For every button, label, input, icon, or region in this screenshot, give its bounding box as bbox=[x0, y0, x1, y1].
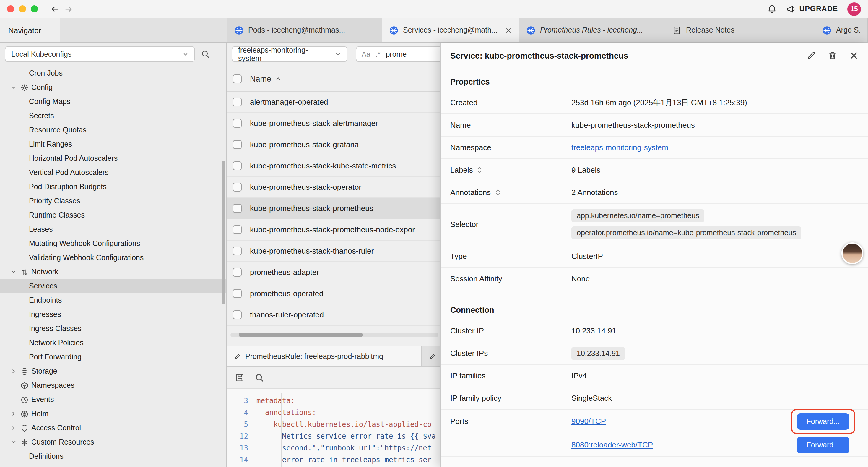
notifications-bell-icon[interactable] bbox=[767, 4, 777, 14]
sidebar-item[interactable]: Custom Resources bbox=[0, 435, 226, 449]
row-checkbox[interactable] bbox=[233, 97, 242, 107]
expand-icon[interactable] bbox=[495, 188, 500, 196]
sidebar-item[interactable]: Port Forwarding bbox=[0, 350, 226, 364]
property-value: kube-prometheus-stack-prometheus bbox=[571, 121, 859, 129]
code-text: error rate in freeleaps metrics ser bbox=[256, 456, 431, 464]
edit-resource-button[interactable] bbox=[807, 51, 816, 60]
sidebar-item[interactable]: Validating Webhook Configurations bbox=[0, 251, 226, 265]
detail-row-port-8080: 8080:reloader-web/TCP Forward... bbox=[441, 433, 868, 457]
name-column-header[interactable]: Name bbox=[250, 74, 271, 83]
sidebar-item[interactable]: Helm bbox=[0, 407, 226, 421]
sidebar-item[interactable]: Config bbox=[0, 80, 226, 95]
regex-toggle[interactable]: .* bbox=[375, 50, 380, 58]
row-checkbox[interactable] bbox=[233, 246, 242, 255]
close-window-button[interactable] bbox=[7, 5, 14, 12]
sidebar-item[interactable]: Mutating Webhook Configurations bbox=[0, 236, 226, 251]
back-button[interactable] bbox=[47, 2, 61, 16]
chevron-icon[interactable] bbox=[8, 392, 19, 407]
service-name: kube-prometheus-stack-thanos-ruler bbox=[250, 246, 374, 255]
sidebar-item[interactable]: Priority Classes bbox=[0, 194, 226, 208]
editor-search-icon[interactable] bbox=[255, 373, 264, 382]
zoom-window-button[interactable] bbox=[31, 5, 38, 12]
sidebar-item[interactable]: Ingress Classes bbox=[0, 322, 226, 336]
sidebar-item[interactable]: Events bbox=[0, 392, 226, 407]
property-value: 2 Annotations bbox=[571, 188, 859, 197]
tab-argo[interactable]: Argo S... bbox=[815, 18, 868, 42]
chevron-right-icon[interactable] bbox=[8, 364, 19, 378]
kubeconfig-select[interactable]: Local Kubeconfigs bbox=[5, 46, 195, 62]
row-checkbox[interactable] bbox=[233, 119, 242, 128]
sidebar-scrollbar[interactable] bbox=[222, 161, 225, 304]
sidebar-item[interactable]: Config Maps bbox=[0, 95, 226, 109]
chevron-icon[interactable] bbox=[8, 378, 19, 392]
sidebar-item[interactable]: Access Control bbox=[0, 421, 226, 435]
sidebar-item[interactable]: Endpoints bbox=[0, 293, 226, 308]
match-case-toggle[interactable]: Aa bbox=[362, 50, 370, 58]
scrollbar-thumb[interactable] bbox=[239, 333, 363, 337]
chevron-down-icon[interactable] bbox=[8, 265, 19, 279]
sort-ascending-icon[interactable] bbox=[275, 76, 281, 82]
close-panel-button[interactable] bbox=[849, 51, 859, 60]
tab-release-notes[interactable]: Release Notes bbox=[665, 18, 815, 42]
row-checkbox[interactable] bbox=[233, 140, 242, 149]
sidebar-item[interactable]: Storage bbox=[0, 364, 226, 378]
close-tab-icon[interactable] bbox=[505, 27, 512, 33]
notes-icon bbox=[673, 26, 681, 35]
chevron-right-icon[interactable] bbox=[8, 407, 19, 421]
row-checkbox[interactable] bbox=[233, 183, 242, 192]
sidebar-item-label: Ingress Classes bbox=[28, 324, 82, 333]
horizontal-scrollbar[interactable] bbox=[230, 333, 438, 337]
namespace-link[interactable]: freeleaps-monitoring-system bbox=[571, 143, 668, 152]
port-link[interactable]: 8080:reloader-web/TCP bbox=[571, 440, 653, 449]
sidebar-item[interactable]: Horizontal Pod Autoscalers bbox=[0, 151, 226, 166]
row-checkbox[interactable] bbox=[233, 204, 242, 213]
upgrade-button[interactable]: UPGRADE bbox=[786, 4, 838, 13]
sidebar-item[interactable]: Pod Disruption Budgets bbox=[0, 180, 226, 194]
sidebar-item[interactable]: Network bbox=[0, 265, 226, 279]
sidebar-item[interactable]: Namespaces bbox=[0, 378, 226, 392]
navigator-tab[interactable]: Navigator bbox=[0, 18, 60, 42]
forward-button[interactable] bbox=[61, 2, 75, 16]
tab-prometheus-rules[interactable]: Prometheus Rules - icecheng... bbox=[519, 18, 665, 42]
cluster-ip-chip[interactable]: 10.233.14.91 bbox=[571, 347, 625, 360]
sidebar-item[interactable]: Vertical Pod Autoscalers bbox=[0, 166, 226, 180]
editor-tab-prometheusrule[interactable]: PrometheusRule: freeleaps-prod-rabbitmq bbox=[227, 346, 422, 366]
row-checkbox[interactable] bbox=[233, 225, 242, 234]
user-avatar[interactable] bbox=[841, 242, 863, 264]
namespace-select[interactable]: freeleaps-monitoring-system bbox=[231, 46, 347, 62]
sidebar-item-label: Mutating Webhook Configurations bbox=[28, 239, 140, 248]
selector-chip[interactable]: app.kubernetes.io/name=prometheus bbox=[571, 209, 705, 222]
tabs-container: Pods - icecheng@mathmas... Services - ic… bbox=[227, 18, 868, 42]
row-checkbox[interactable] bbox=[233, 289, 242, 298]
sidebar-item[interactable]: Definitions bbox=[0, 449, 226, 463]
selector-chip[interactable]: operator.prometheus.io/name=kube-prometh… bbox=[571, 226, 802, 239]
sidebar-item[interactable]: Leases bbox=[0, 222, 226, 236]
row-checkbox[interactable] bbox=[233, 162, 242, 170]
chevron-down-icon[interactable] bbox=[8, 435, 19, 449]
sidebar-item[interactable]: Services bbox=[0, 279, 226, 293]
row-checkbox[interactable] bbox=[233, 310, 242, 319]
property-label: Cluster IP bbox=[450, 326, 571, 335]
sidebar-item[interactable]: Ingresses bbox=[0, 308, 226, 322]
forward-port-button[interactable]: Forward... bbox=[797, 413, 849, 430]
expand-icon[interactable] bbox=[477, 166, 483, 174]
sidebar-search-icon[interactable] bbox=[201, 50, 210, 59]
sidebar-item[interactable]: Runtime Classes bbox=[0, 208, 226, 222]
sidebar-item[interactable]: Network Policies bbox=[0, 336, 226, 350]
minimize-window-button[interactable] bbox=[19, 5, 26, 12]
port-link[interactable]: 9090/TCP bbox=[571, 417, 606, 426]
notification-count-badge[interactable]: 15 bbox=[847, 2, 861, 16]
select-all-checkbox[interactable] bbox=[233, 74, 242, 83]
forward-port-button[interactable]: Forward... bbox=[797, 437, 849, 453]
sidebar-item[interactable]: Secrets bbox=[0, 109, 226, 123]
sidebar-item[interactable]: Cron Jobs bbox=[0, 66, 226, 80]
save-icon[interactable] bbox=[235, 373, 245, 382]
tab-pods[interactable]: Pods - icecheng@mathmas... bbox=[227, 18, 382, 42]
chevron-down-icon[interactable] bbox=[8, 80, 19, 95]
sidebar-item[interactable]: Resource Quotas bbox=[0, 123, 226, 137]
delete-resource-button[interactable] bbox=[828, 51, 837, 60]
chevron-right-icon[interactable] bbox=[8, 421, 19, 435]
row-checkbox[interactable] bbox=[233, 268, 242, 276]
tab-services[interactable]: Services - icecheng@math... bbox=[382, 18, 519, 42]
sidebar-item[interactable]: Limit Ranges bbox=[0, 137, 226, 151]
